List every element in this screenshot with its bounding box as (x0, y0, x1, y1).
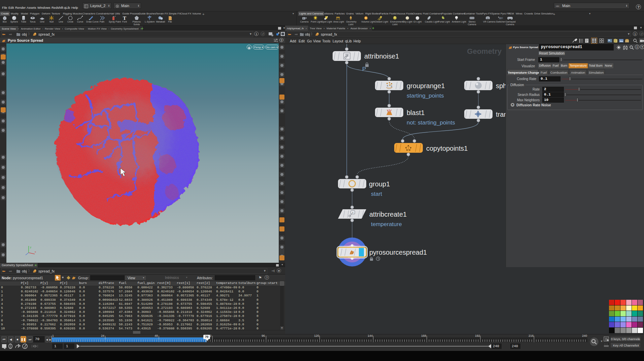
svg-text:Geometry: Geometry (467, 47, 502, 56)
svg-text:+: + (352, 211, 353, 214)
svg-text:x: x (35, 250, 36, 253)
svg-text:group1: group1 (369, 180, 390, 188)
svg-text:not: starting_points: not: starting_points (407, 119, 455, 126)
svg-text:temperature: temperature (371, 221, 402, 227)
svg-text:T: T (123, 15, 126, 21)
svg-text:start: start (371, 191, 382, 197)
svg-text:starting_points: starting_points (407, 93, 444, 99)
svg-text:y: y (30, 246, 31, 249)
svg-text:attribnoise1: attribnoise1 (364, 52, 399, 60)
svg-text:copytopoints1: copytopoints1 (426, 145, 468, 152)
svg-text:blast1: blast1 (407, 109, 425, 116)
svg-text:grouprange1: grouprange1 (407, 82, 445, 89)
svg-text:attribcreate1: attribcreate1 (369, 211, 407, 218)
svg-text:pyrosourcespread1: pyrosourcespread1 (369, 249, 427, 256)
